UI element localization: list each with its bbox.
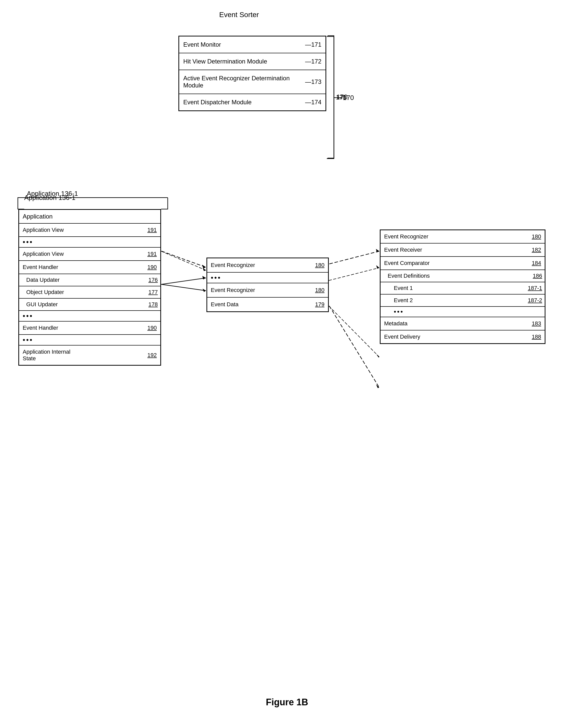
er-mid-row-2: Event Recognizer 180 (207, 283, 328, 298)
app-view-2: Application View 191 (19, 247, 160, 261)
app-gui-updater: GUI Updater 178 (19, 299, 160, 311)
svg-marker-18 (376, 249, 379, 253)
app-object-updater-ref: 177 (148, 289, 158, 296)
application-box: Application Application View 191 ••• App… (18, 209, 161, 366)
app-object-updater: Object Updater 177 (19, 286, 160, 299)
app-event-handler-1: Event Handler 190 (19, 261, 160, 274)
app-internal-state-ref: 192 (147, 352, 157, 358)
er-mid-row-1-ref: 180 (315, 262, 324, 269)
app-event-handler-2-ref: 190 (147, 324, 157, 331)
er-right-event-2-text: Event 2 (394, 297, 413, 304)
app-dots-3: ••• (19, 335, 160, 346)
es-active-event-ref: —173 (305, 78, 321, 85)
app-internal-state-text: Application InternalState (23, 349, 70, 362)
app-view-2-ref: 191 (147, 251, 157, 257)
event-recognizer-mid-box: Event Recognizer 180 ••• Event Recognize… (206, 258, 329, 312)
svg-line-3 (161, 284, 206, 291)
er-right-event-receiver: Event Receiver 182 (380, 243, 545, 257)
event-sorter-box: Event Monitor —171 Hit View Determinatio… (178, 36, 326, 111)
app-data-updater: Data Updater 176 (19, 274, 160, 286)
es-row-hit-view: Hit View Determination Module —172 (179, 53, 326, 70)
app-view-2-text: Application View (23, 251, 64, 257)
svg-marker-8 (376, 354, 379, 357)
app-event-handler-1-ref: 190 (147, 264, 157, 271)
app-data-updater-text: Data Updater (26, 277, 59, 283)
svg-marker-16 (202, 276, 206, 279)
er-right-event-delivery: Event Delivery 188 (380, 331, 545, 343)
er-right-event-delivery-ref: 188 (532, 334, 541, 340)
er-right-metadata-ref: 183 (532, 320, 541, 327)
er-right-header-ref: 180 (532, 233, 541, 240)
er-mid-row-2-text: Event Recognizer (211, 287, 255, 294)
svg-line-1 (161, 251, 206, 270)
svg-line-17 (329, 251, 379, 264)
er-right-event-dots: ••• (380, 307, 545, 317)
er-mid-row-3-ref: 179 (315, 301, 324, 308)
application-id-label: Application 136-1 (24, 194, 75, 202)
app-gui-updater-text: GUI Updater (26, 301, 58, 308)
er-right-event-delivery-text: Event Delivery (384, 334, 420, 340)
svg-line-5 (329, 268, 379, 280)
app-event-handler-2: Event Handler 190 (19, 321, 160, 335)
er-right-event-1: Event 1 187-1 (380, 282, 545, 295)
figure-label: Figure 1B (0, 697, 574, 707)
er-mid-row-3: Event Data 179 (207, 298, 328, 311)
app-event-handler-2-text: Event Handler (23, 324, 58, 331)
er-mid-row-1-text: Event Recognizer (211, 262, 255, 269)
er-right-event-1-ref: 187-1 (528, 285, 542, 292)
es-dispatcher-text: Event Dispatcher Module (183, 99, 252, 106)
er-right-event-definitions-ref: 186 (533, 273, 542, 279)
er-right-metadata-text: Metadata (384, 320, 408, 327)
er-right-event-2-ref: 187-2 (528, 297, 542, 304)
es-active-event-text: Active Event Recognizer Determination Mo… (183, 75, 305, 89)
er-mid-row-3-text: Event Data (211, 301, 239, 308)
es-event-monitor-text: Event Monitor (183, 41, 221, 48)
app-data-updater-ref: 176 (148, 277, 158, 283)
es-hit-view-ref: —172 (305, 58, 321, 65)
er-right-event-receiver-ref: 182 (532, 246, 541, 253)
app-internal-state: Application InternalState 192 (19, 346, 160, 365)
app-gui-updater-ref: 178 (148, 301, 158, 308)
app-object-updater-text: Object Updater (26, 289, 64, 296)
svg-marker-6 (376, 265, 379, 269)
app-dots-1: ••• (19, 237, 160, 247)
es-row-event-monitor: Event Monitor —171 (179, 36, 326, 53)
app-view-1-ref: 191 (147, 227, 157, 233)
app-header: Application (19, 210, 160, 224)
svg-marker-4 (203, 289, 206, 292)
es-event-monitor-ref: —171 (305, 41, 321, 48)
er-mid-row-2-ref: 180 (315, 287, 324, 294)
es-number-label: 170 (336, 93, 347, 101)
er-right-header-text: Event Recognizer (384, 233, 428, 240)
app-dots-2: ••• (19, 311, 160, 321)
er-right-event-2: Event 2 187-2 (380, 295, 545, 307)
event-recognizer-right-box: Event Recognizer 180 Event Receiver 182 … (380, 229, 545, 344)
event-sorter-label: Event Sorter (219, 11, 259, 19)
svg-line-7 (329, 306, 379, 357)
er-right-header: Event Recognizer 180 (380, 230, 545, 243)
er-right-event-definitions-text: Event Definitions (388, 273, 430, 279)
svg-marker-14 (202, 265, 206, 269)
svg-marker-2 (203, 268, 206, 271)
er-mid-dots: ••• (207, 273, 328, 283)
svg-marker-20 (376, 384, 379, 388)
es-row-dispatcher: Event Dispatcher Module —174 (179, 94, 326, 110)
er-right-event-comparator-ref: 184 (532, 260, 541, 266)
er-right-event-definitions: Event Definitions 186 (380, 270, 545, 282)
er-right-event-comparator-text: Event Comparator (384, 260, 430, 266)
er-right-metadata: Metadata 183 (380, 317, 545, 331)
es-row-active-event: Active Event Recognizer Determination Mo… (179, 70, 326, 94)
svg-line-19 (329, 306, 379, 388)
svg-line-13 (162, 251, 206, 267)
es-hit-view-text: Hit View Determination Module (183, 58, 267, 65)
er-right-event-1-text: Event 1 (394, 285, 413, 292)
er-right-event-receiver-text: Event Receiver (384, 246, 422, 253)
app-view-1: Application View 191 (19, 224, 160, 237)
app-event-handler-1-text: Event Handler (23, 264, 58, 271)
er-mid-row-1: Event Recognizer 180 (207, 258, 328, 273)
app-view-1-text: Application View (23, 227, 64, 233)
es-dispatcher-ref: —174 (305, 99, 321, 106)
diagram-container: 170 Event Sorter Event Monitor —171 Hit … (0, 0, 574, 728)
er-right-event-comparator: Event Comparator 184 (380, 257, 545, 270)
svg-line-15 (162, 278, 206, 284)
